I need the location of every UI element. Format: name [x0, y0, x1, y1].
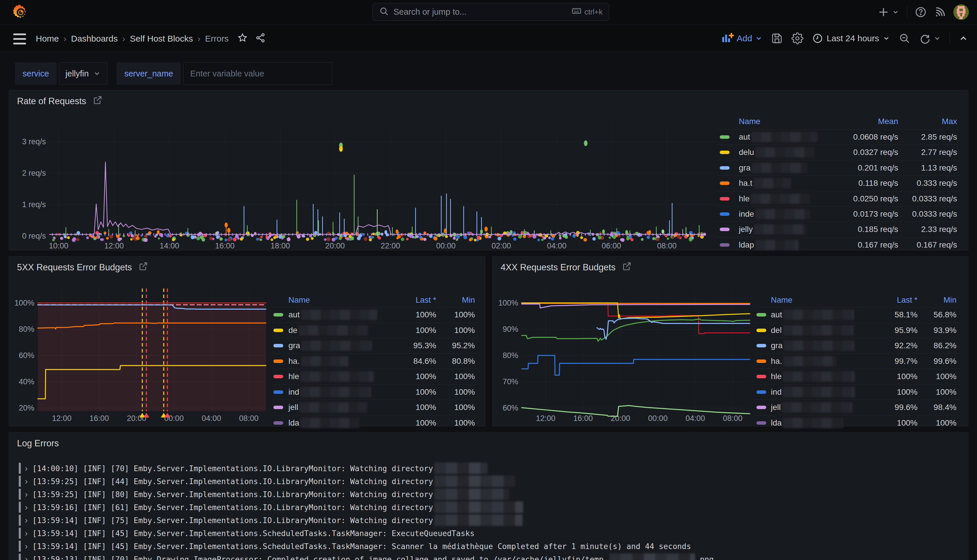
legend-value: 56.8%	[853, 309, 957, 320]
top-nav-bar: Search or jump to... ctrl+k	[0, 0, 977, 25]
redacted-series-name	[753, 178, 791, 188]
breadcrumb-separator: ›	[63, 34, 67, 43]
svg-text:20%: 20%	[19, 403, 34, 412]
log-row[interactable]: ›[14:00:10] [INF] [70] Emby.Server.Imple…	[19, 462, 488, 475]
breadcrumb-item-dashboards[interactable]: Dashboards	[71, 34, 118, 43]
legend-value: 1.13 req/s	[853, 162, 957, 174]
log-row[interactable]: ›[13:59:25] [INF] [80] Emby.Server.Imple…	[19, 488, 509, 500]
legend-value: 0.0333 req/s	[853, 193, 957, 205]
chevron-down-icon	[755, 35, 763, 42]
add-panel-button[interactable]: Add	[721, 33, 763, 44]
legend-series-color-chip	[720, 151, 730, 154]
legend-row-divider	[753, 400, 960, 400]
refresh-icon	[919, 33, 930, 44]
log-expand-icon[interactable]: ›	[25, 515, 28, 525]
legend-row-divider	[271, 415, 478, 415]
legend-series-color-chip	[720, 243, 730, 247]
log-message: [13:59:14] [INF] [45] Emby.Server.Implem…	[32, 529, 474, 538]
user-avatar[interactable]	[953, 4, 969, 20]
log-row[interactable]: ›[13:59:14] [INF] [75] Emby.Server.Imple…	[19, 514, 523, 527]
log-expand-icon[interactable]: ›	[25, 554, 28, 560]
svg-text:60%: 60%	[19, 351, 34, 360]
chevron-down-icon	[892, 8, 899, 16]
legend-sort-name[interactable]: Name	[739, 117, 760, 126]
svg-text:80%: 80%	[503, 351, 518, 360]
menu-toggle-button[interactable]	[13, 33, 26, 45]
legend-value: 100%	[371, 325, 475, 336]
legend-sort-min[interactable]: Min	[371, 295, 475, 305]
legend-value: 80.8%	[371, 355, 475, 367]
log-row[interactable]: ›[13:59:13] [INF] [70] Emby.Drawing.Imag…	[19, 553, 714, 560]
help-icon[interactable]	[915, 6, 927, 18]
legend-value: 0.0333 req/s	[853, 208, 957, 220]
variable-select-service[interactable]: jellyfin	[59, 62, 108, 85]
global-search-input[interactable]: Search or jump to... ctrl+k	[372, 3, 609, 21]
legend-value: 86.2%	[853, 340, 957, 352]
chevron-down-icon	[934, 35, 941, 42]
legend-series-color-chip	[757, 406, 766, 409]
log-expand-icon[interactable]: ›	[25, 476, 28, 486]
log-row[interactable]: ›[13:59:25] [INF] [44] Emby.Server.Imple…	[19, 475, 515, 488]
svg-text:100%: 100%	[15, 298, 34, 307]
save-dashboard-button[interactable]	[771, 33, 783, 44]
legend-sort-name[interactable]: Name	[771, 295, 793, 305]
grafana-logo-icon[interactable]	[12, 3, 30, 22]
zoom-out-time-button[interactable]	[899, 33, 910, 44]
legend-row-divider	[753, 307, 960, 307]
legend-row-divider	[271, 307, 478, 307]
legend-row-divider	[271, 353, 478, 354]
dashboard-variables: service jellyfin server_name	[15, 62, 332, 85]
log-message: [14:00:10] [INF] [70] Emby.Server.Implem…	[32, 464, 433, 473]
breadcrumb-item-home[interactable]: Home	[36, 34, 59, 43]
share-icon[interactable]	[255, 33, 266, 45]
chevron-up-icon	[959, 33, 968, 43]
log-row[interactable]: ›[13:59:14] [INF] [45] Emby.Server.Imple…	[19, 540, 691, 552]
legend-value: 2.77 req/s	[853, 147, 957, 158]
new-item-button[interactable]	[877, 6, 899, 18]
log-level-bar	[19, 463, 21, 474]
legend-sort-name[interactable]: Name	[289, 295, 310, 305]
legend-series-color-chip	[757, 328, 766, 332]
svg-text:16:00: 16:00	[215, 242, 235, 250]
log-level-bar	[19, 528, 21, 538]
legend-value: 100%	[371, 371, 475, 382]
breadcrumb-item-self-host-blocks[interactable]: Self Host Blocks	[130, 34, 193, 43]
legend-value: 93.9%	[853, 325, 957, 336]
svg-text:04:00: 04:00	[685, 414, 705, 423]
log-row[interactable]: ›[13:59:14] [INF] [45] Emby.Server.Imple…	[19, 527, 474, 540]
legend-sort-max[interactable]: Max	[853, 117, 957, 126]
time-range-picker[interactable]: Last 24 hours	[812, 33, 890, 44]
bar-chart-add-icon	[721, 33, 734, 44]
legend-series-color-chip	[274, 313, 283, 317]
legend-series-label[interactable]: ldap	[739, 239, 798, 251]
news-rss-icon[interactable]	[934, 7, 946, 18]
legend-sort-min[interactable]: Min	[853, 295, 957, 305]
log-expand-icon[interactable]: ›	[25, 489, 28, 499]
log-expand-icon[interactable]: ›	[25, 463, 28, 473]
refresh-button[interactable]	[919, 33, 941, 44]
log-expand-icon[interactable]: ›	[25, 541, 28, 551]
redacted-log-text	[434, 462, 488, 474]
legend-series-color-chip	[720, 135, 730, 139]
legend-series-color-chip	[757, 375, 766, 378]
svg-text:12:00: 12:00	[52, 414, 72, 423]
legend-series-color-chip	[274, 406, 283, 409]
variable-input-server-name[interactable]	[183, 62, 332, 85]
svg-text:16:00: 16:00	[90, 414, 109, 423]
legend-row-divider	[716, 206, 959, 207]
favorite-star-icon[interactable]	[237, 33, 248, 45]
log-message: [13:59:14] [INF] [75] Emby.Server.Implem…	[32, 516, 433, 525]
legend-value: 98.4%	[853, 402, 957, 413]
breadcrumb-separator: ›	[122, 34, 125, 43]
svg-text:02:00: 02:00	[491, 242, 511, 250]
legend-series-label[interactable]: ha.t	[739, 177, 791, 189]
log-expand-icon[interactable]: ›	[25, 502, 28, 512]
svg-text:00:00: 00:00	[648, 414, 668, 423]
log-expand-icon[interactable]: ›	[25, 528, 28, 538]
legend-value: 100%	[853, 371, 957, 382]
svg-text:20:00: 20:00	[326, 242, 345, 250]
log-message: [13:59:14] [INF] [45] Emby.Server.Implem…	[32, 542, 691, 551]
log-row[interactable]: ›[13:59:16] [INF] [61] Emby.Server.Imple…	[19, 501, 523, 513]
collapse-toolbar-button[interactable]	[959, 33, 968, 43]
dashboard-settings-button[interactable]	[792, 32, 803, 45]
